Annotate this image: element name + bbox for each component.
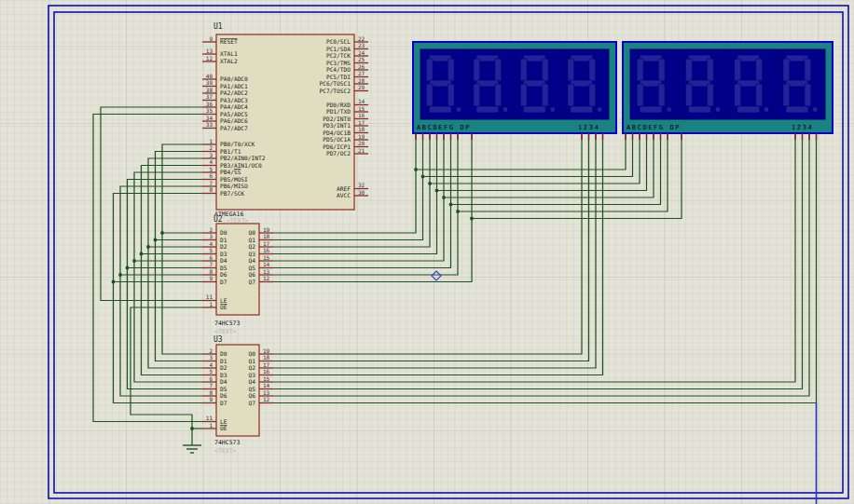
pin-number: 6 <box>209 375 213 382</box>
pin-name: Q4 <box>249 378 256 385</box>
pin-number: 29 <box>358 84 365 90</box>
pin-name: PD1/TXD <box>326 108 351 115</box>
component-ref: U1 <box>214 22 223 31</box>
proteus-schematic-canvas[interactable]: 9RESET13XTAL112XTAL240PA0/ADC039PA1/ADC1… <box>0 0 854 504</box>
pin-name: Q2 <box>249 243 256 250</box>
pin-number: 8 <box>209 389 213 396</box>
pin-name: D5 <box>220 265 227 271</box>
junction-dot <box>190 427 194 430</box>
pin-number: 1 <box>209 422 213 429</box>
pin-number: 14 <box>358 98 365 104</box>
decimal-point-off <box>813 107 818 112</box>
pin-number: 18 <box>263 233 270 239</box>
pin-name: LE <box>220 297 227 304</box>
pin-name: D0 <box>220 350 227 357</box>
pin-name: Q1 <box>249 237 256 243</box>
pin-number: 36 <box>206 101 214 107</box>
pin-name: PD2/INT0 <box>323 116 351 122</box>
pin-number: 3 <box>209 354 213 361</box>
pin-number: 3 <box>209 233 213 239</box>
pin-number: 8 <box>209 186 213 193</box>
decimal-point-off <box>503 107 508 112</box>
pin-number: 16 <box>263 368 270 375</box>
segment-off <box>735 84 741 106</box>
pin-name: Q2 <box>249 364 256 371</box>
pin-number: 17 <box>263 361 270 368</box>
pin-number: 1 <box>209 301 213 307</box>
pin-number: 17 <box>263 240 270 247</box>
segment-off <box>637 59 643 81</box>
pin-number: 4 <box>209 240 213 247</box>
decimal-point-off <box>667 107 671 112</box>
pin-name: PD3/INT1 <box>323 122 351 129</box>
segment-off <box>640 106 662 113</box>
junction-dot <box>449 203 453 207</box>
pin-number: 14 <box>263 382 270 388</box>
pin-number: 21 <box>358 147 365 154</box>
segment-off <box>542 59 548 81</box>
segment-off <box>589 59 596 81</box>
segment-off <box>589 84 596 106</box>
junction-dot <box>470 217 474 221</box>
pin-number: 25 <box>358 56 365 62</box>
pin-number: 23 <box>358 42 365 48</box>
schematic-svg[interactable]: 9RESET13XTAL112XTAL240PA0/ADC039PA1/ADC1… <box>0 0 854 504</box>
pin-number: 12 <box>263 396 270 402</box>
pin-number: 11 <box>206 293 214 300</box>
segment-off <box>474 59 480 81</box>
segment-off <box>571 106 593 113</box>
pin-name: D0 <box>220 229 227 236</box>
segment-off <box>756 84 763 106</box>
segment-off <box>542 84 548 106</box>
pin-number: 15 <box>358 105 365 112</box>
seven-seg-display-1[interactable]: ABCDEFG DP1234 <box>413 42 616 140</box>
junction-dot <box>126 266 130 270</box>
pin-name: AVCC <box>337 192 351 198</box>
pin-number: 9 <box>209 35 213 42</box>
segment-off <box>685 59 692 81</box>
decimal-point-off <box>598 107 602 112</box>
pin-name: PB0/T0/XCK <box>220 141 255 147</box>
pin-number: 38 <box>206 87 214 93</box>
pin-name: D3 <box>220 372 227 378</box>
pin-name: PB4/SS <box>220 169 241 175</box>
pin-name: D7 <box>220 400 227 406</box>
pin-name: XTAL1 <box>220 50 238 57</box>
digit-pins-label: 1234 <box>792 124 813 131</box>
segment-off <box>426 59 433 81</box>
segment-off <box>448 84 454 106</box>
segment-off <box>658 59 665 81</box>
segment-off <box>658 84 665 106</box>
segment-off <box>429 106 451 113</box>
pin-name: D4 <box>220 257 227 264</box>
pin-name: PD5/OC1A <box>323 136 351 143</box>
segment-off <box>476 106 499 113</box>
component-u1[interactable]: 9RESET13XTAL112XTAL240PA0/ADC039PA1/ADC1… <box>202 22 368 218</box>
pin-name: PB6/MISO <box>220 183 248 189</box>
pin-name: Q5 <box>249 265 256 271</box>
segment-off <box>685 84 692 106</box>
pin-name: PB3/AIN1/OC0 <box>220 162 262 169</box>
pin-name: D4 <box>220 378 227 385</box>
pin-number: 35 <box>206 107 214 114</box>
pin-number: 34 <box>206 115 214 121</box>
pin-number: 5 <box>209 166 213 172</box>
junction-dot <box>112 280 116 284</box>
pin-name: OE <box>220 304 227 310</box>
pin-name: PC4/TDO <box>326 66 351 73</box>
pin-number: 11 <box>206 415 214 421</box>
pin-number: 9 <box>209 396 213 402</box>
junction-dot <box>428 182 432 185</box>
pin-number: 30 <box>358 189 365 196</box>
pin-number: 4 <box>209 361 213 368</box>
seven-seg-display-2[interactable]: ABCDEFG DP1234 <box>623 42 833 140</box>
pin-number: 15 <box>263 254 270 261</box>
pin-name: PD4/OC1B <box>323 129 351 136</box>
pin-name: RESET <box>220 38 238 45</box>
pin-number: 12 <box>263 275 270 281</box>
segment-off <box>805 84 811 106</box>
pin-number: 28 <box>358 77 365 84</box>
junction-dot <box>160 231 164 235</box>
component-text-ghost: <TEXT> <box>214 328 237 335</box>
pin-name: PC2/TCK <box>326 52 351 59</box>
